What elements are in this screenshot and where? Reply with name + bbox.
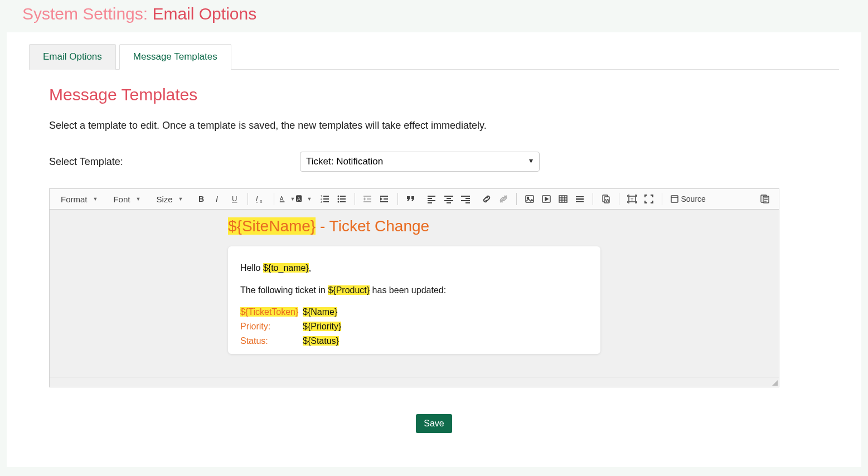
unlink-button[interactable] <box>496 191 511 207</box>
svg-rect-31 <box>428 198 432 199</box>
svg-rect-68 <box>671 196 678 202</box>
svg-text:A: A <box>297 196 301 202</box>
main-panel: Email Options Message Templates Message … <box>7 32 861 467</box>
table-row: Priority: ${Priority} <box>240 322 588 332</box>
svg-marker-27 <box>380 197 382 201</box>
text-color-button[interactable]: A▼ <box>279 191 295 207</box>
svg-rect-52 <box>576 196 584 197</box>
svg-text:B: B <box>198 195 204 203</box>
tabs: Email Options Message Templates <box>29 43 839 70</box>
svg-text:U: U <box>232 195 237 203</box>
svg-rect-47 <box>559 196 567 202</box>
italic-button[interactable]: I <box>210 191 226 207</box>
image-button[interactable] <box>522 191 537 207</box>
svg-rect-38 <box>461 196 470 197</box>
svg-rect-33 <box>428 202 432 203</box>
source-button[interactable]: Source <box>667 191 709 207</box>
underline-button[interactable]: U <box>227 191 243 207</box>
format-combo[interactable]: Format▼ <box>56 193 102 205</box>
bg-color-button[interactable]: A▼ <box>296 191 312 207</box>
link-button[interactable] <box>479 191 494 207</box>
svg-rect-41 <box>465 202 470 203</box>
svg-point-15 <box>338 196 340 197</box>
svg-rect-12 <box>323 198 329 200</box>
email-title: ${SiteName} - Ticket Change <box>228 214 600 246</box>
svg-rect-6 <box>280 201 285 202</box>
svg-point-19 <box>338 201 340 203</box>
svg-text:I: I <box>216 195 218 203</box>
svg-rect-29 <box>380 201 388 202</box>
svg-text:3: 3 <box>321 200 322 203</box>
section-description: Select a template to edit. Once a templa… <box>49 120 839 132</box>
outdent-button[interactable] <box>360 191 376 207</box>
svg-rect-28 <box>384 198 388 200</box>
table-row: ${TicketToken} ${Name} <box>240 307 588 317</box>
email-line: The following ticket in ${Product} has b… <box>240 284 588 297</box>
remove-format-button[interactable]: Ix <box>253 191 269 207</box>
svg-rect-30 <box>428 196 435 197</box>
svg-marker-22 <box>363 197 366 199</box>
svg-text:W: W <box>605 198 610 203</box>
table-row: Status: ${Status} <box>240 336 588 346</box>
template-select-row: Select Template: <box>49 152 839 172</box>
svg-rect-16 <box>340 196 346 197</box>
section-heading: Message Templates <box>49 85 839 104</box>
svg-rect-21 <box>363 196 371 197</box>
svg-rect-39 <box>465 198 470 199</box>
svg-rect-10 <box>323 196 329 197</box>
select-template-label: Select Template: <box>49 156 300 168</box>
iframe-button[interactable] <box>539 191 554 207</box>
templates-button[interactable] <box>757 191 773 207</box>
svg-rect-26 <box>380 196 388 197</box>
save-button[interactable]: Save <box>416 414 452 433</box>
maximize-button[interactable] <box>641 191 657 207</box>
editor-footer <box>50 377 779 387</box>
blockquote-button[interactable] <box>403 191 419 207</box>
align-center-button[interactable] <box>441 191 457 207</box>
page-title-emph: Email Options <box>152 4 256 23</box>
select-template-dropdown[interactable] <box>300 152 540 172</box>
svg-marker-23 <box>363 199 366 201</box>
rich-text-editor: Format▼ Font▼ Size▼ B I U Ix A▼ A▼ 123 <box>49 188 779 387</box>
svg-rect-25 <box>363 201 371 202</box>
email-greeting: Hello ${to_name}, <box>240 262 588 274</box>
tab-message-templates[interactable]: Message Templates <box>119 44 231 70</box>
svg-rect-36 <box>444 200 453 201</box>
svg-rect-18 <box>340 198 346 200</box>
svg-rect-14 <box>323 201 329 202</box>
svg-rect-20 <box>340 201 346 202</box>
svg-text:I: I <box>256 195 258 203</box>
ticket-table: ${TicketToken} ${Name} Priority: ${Prior… <box>240 307 588 346</box>
numbered-list-button[interactable]: 123 <box>317 191 333 207</box>
font-combo[interactable]: Font▼ <box>109 193 145 205</box>
page-title: System Settings: Email Options <box>22 4 868 23</box>
bold-button[interactable]: B <box>193 191 209 207</box>
bulleted-list-button[interactable] <box>334 191 350 207</box>
select-all-button[interactable]: T <box>624 191 640 207</box>
table-button[interactable] <box>555 191 571 207</box>
svg-rect-53 <box>576 198 584 200</box>
resize-grip[interactable] <box>771 379 778 386</box>
svg-rect-24 <box>367 198 371 200</box>
editor-body[interactable]: ${SiteName} - Ticket Change Hello ${to_n… <box>50 210 779 377</box>
svg-rect-32 <box>428 200 435 201</box>
align-right-button[interactable] <box>458 191 473 207</box>
svg-rect-34 <box>444 196 453 197</box>
paste-word-button[interactable]: W <box>598 191 614 207</box>
svg-rect-43 <box>526 196 534 202</box>
hr-button[interactable] <box>572 191 588 207</box>
svg-rect-37 <box>447 202 451 203</box>
svg-rect-54 <box>576 201 584 202</box>
svg-text:A: A <box>280 196 284 202</box>
size-combo[interactable]: Size▼ <box>152 193 187 205</box>
svg-text:x: x <box>260 198 263 203</box>
svg-marker-46 <box>545 197 548 201</box>
editor-toolbar: Format▼ Font▼ Size▼ B I U Ix A▼ A▼ 123 <box>50 189 779 210</box>
indent-button[interactable] <box>377 191 392 207</box>
svg-point-17 <box>338 198 340 200</box>
svg-rect-35 <box>447 198 451 199</box>
svg-text:T: T <box>631 197 634 202</box>
tab-email-options[interactable]: Email Options <box>29 44 116 70</box>
svg-rect-40 <box>461 200 470 201</box>
align-left-button[interactable] <box>424 191 440 207</box>
